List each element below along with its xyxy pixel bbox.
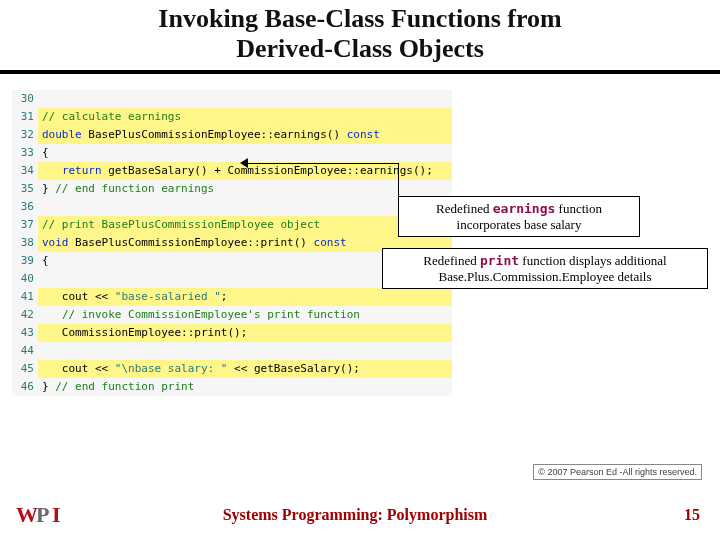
code-line: 41 cout << "base-salaried "; xyxy=(12,288,452,306)
callout-arrow-head xyxy=(240,158,248,168)
code-tokens: // invoke CommissionEmployee's print fun… xyxy=(38,306,452,324)
line-number: 36 xyxy=(12,198,38,216)
code-line: 35} // end function earnings xyxy=(12,180,452,198)
callout-code-token: print xyxy=(480,253,519,268)
line-number: 34 xyxy=(12,162,38,180)
code-line: 37// print BasePlusCommissionEmployee ob… xyxy=(12,216,452,234)
code-tokens: cout << "base-salaried "; xyxy=(38,288,452,306)
line-number: 45 xyxy=(12,360,38,378)
title-line-2: Derived-Class Objects xyxy=(236,34,484,63)
code-tokens: // print BasePlusCommissionEmployee obje… xyxy=(38,216,452,234)
code-line: 42 // invoke CommissionEmployee's print … xyxy=(12,306,452,324)
line-number: 38 xyxy=(12,234,38,252)
title-line-1: Invoking Base-Class Functions from xyxy=(158,4,561,33)
line-number: 39 xyxy=(12,252,38,270)
svg-text:P: P xyxy=(36,502,49,527)
line-number: 40 xyxy=(12,270,38,288)
line-number: 32 xyxy=(12,126,38,144)
line-number: 31 xyxy=(12,108,38,126)
slide-footer: W P I Systems Programming: Polymorphism … xyxy=(0,498,720,532)
code-line: 43 CommissionEmployee::print(); xyxy=(12,324,452,342)
callout-arrow-stem xyxy=(248,163,398,164)
code-line: 32double BasePlusCommissionEmployee::ear… xyxy=(12,126,452,144)
line-number: 35 xyxy=(12,180,38,198)
code-tokens: double BasePlusCommissionEmployee::earni… xyxy=(38,126,452,144)
line-number: 42 xyxy=(12,306,38,324)
svg-text:I: I xyxy=(52,502,61,527)
slide-title: Invoking Base-Class Functions from Deriv… xyxy=(0,0,720,74)
line-number: 37 xyxy=(12,216,38,234)
code-line: 31// calculate earnings xyxy=(12,108,452,126)
code-line: 46} // end function print xyxy=(12,378,452,396)
code-tokens: CommissionEmployee::print(); xyxy=(38,324,452,342)
code-line: 34 return getBaseSalary() + CommissionEm… xyxy=(12,162,452,180)
code-line: 30 xyxy=(12,90,452,108)
line-number: 46 xyxy=(12,378,38,396)
page-number: 15 xyxy=(640,506,720,524)
callout-earnings: Redefined earnings function incorporates… xyxy=(398,196,640,237)
code-line: 44 xyxy=(12,342,452,360)
callout-text: Redefined xyxy=(423,253,480,268)
code-tokens: } // end function earnings xyxy=(38,180,452,198)
code-tokens: } // end function print xyxy=(38,378,452,396)
callout-text: Redefined xyxy=(436,201,493,216)
code-line: 33{ xyxy=(12,144,452,162)
callout-code-token: earnings xyxy=(493,201,556,216)
line-number: 33 xyxy=(12,144,38,162)
code-listing: 3031// calculate earnings32double BasePl… xyxy=(12,90,452,396)
svg-text:W: W xyxy=(16,502,38,527)
code-tokens: // calculate earnings xyxy=(38,108,452,126)
code-line: 45 cout << "\nbase salary: " << getBaseS… xyxy=(12,360,452,378)
code-tokens: cout << "\nbase salary: " << getBaseSala… xyxy=(38,360,452,378)
line-number: 30 xyxy=(12,90,38,108)
line-number: 43 xyxy=(12,324,38,342)
line-number: 41 xyxy=(12,288,38,306)
copyright-notice: © 2007 Pearson Ed -All rights reserved. xyxy=(533,464,702,480)
line-number: 44 xyxy=(12,342,38,360)
code-line: 36 xyxy=(12,198,452,216)
wpi-logo: W P I xyxy=(16,502,70,528)
footer-title: Systems Programming: Polymorphism xyxy=(70,506,640,524)
callout-arrow-vline xyxy=(398,163,399,196)
callout-print: Redefined print function displays additi… xyxy=(382,248,708,289)
